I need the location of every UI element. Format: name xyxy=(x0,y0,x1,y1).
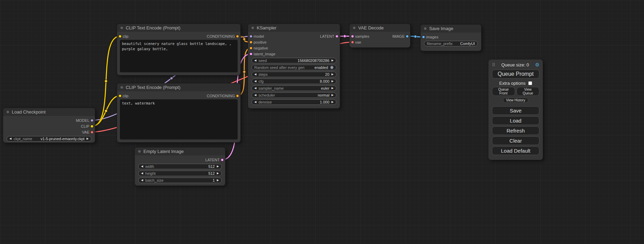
output-port-vae[interactable] xyxy=(90,130,94,134)
node-status-dot xyxy=(6,110,9,114)
widget-height[interactable]: ◀ height 512 ▶ xyxy=(138,171,222,176)
widget-ckpt-name[interactable]: ◀ ckpt_name v1-5-pruned-emaonly.ckpt ▶ xyxy=(7,136,91,142)
decrement-arrow-icon[interactable]: ◀ xyxy=(141,165,143,168)
input-port-clip[interactable] xyxy=(118,94,122,97)
node-title-bar[interactable]: CLIP Text Encode (Prompt) xyxy=(117,83,240,91)
node-empty-latent-image[interactable]: Empty Latent Image LATENT ◀ width 512 ▶ … xyxy=(134,147,226,186)
node-ksampler[interactable]: KSampler model LATENT positive negative … xyxy=(248,24,340,109)
drag-handle-icon[interactable]: ⠿ xyxy=(492,62,495,67)
clear-button[interactable]: Clear xyxy=(492,136,539,145)
widget-label: sampler_name xyxy=(258,86,284,90)
input-port-images[interactable] xyxy=(422,35,425,38)
input-port-positive[interactable] xyxy=(249,40,253,44)
node-title-bar[interactable]: Empty Latent Image xyxy=(135,147,225,155)
node-title-bar[interactable]: KSampler xyxy=(248,24,340,32)
load-default-button[interactable]: Load Default xyxy=(492,146,539,155)
output-label-conditioning: CONDITIONING xyxy=(207,34,235,38)
port-row: CLIP xyxy=(3,123,95,129)
prompt-text-input[interactable]: beautiful scenery nature glass bottle la… xyxy=(120,40,238,72)
port-row: clip CONDITIONING xyxy=(117,93,240,99)
widget-width[interactable]: ◀ width 512 ▶ xyxy=(138,164,222,169)
decrement-arrow-icon[interactable]: ◀ xyxy=(141,179,143,182)
increment-arrow-icon[interactable]: ▶ xyxy=(217,172,219,175)
widget-denoise[interactable]: ◀ denoise 1.000 ▶ xyxy=(252,99,336,105)
widget-steps[interactable]: ◀ steps 20 ▶ xyxy=(252,72,336,77)
node-title-bar[interactable]: Load Checkpoint xyxy=(3,108,95,116)
node-status-dot xyxy=(120,26,123,29)
increment-arrow-icon[interactable]: ▶ xyxy=(332,59,334,62)
decrement-arrow-icon[interactable]: ◀ xyxy=(254,101,256,103)
decrement-arrow-icon[interactable]: ◀ xyxy=(9,137,11,140)
input-port-model[interactable] xyxy=(249,35,253,38)
widget-filename-prefix[interactable]: filename_prefix ComfyUI xyxy=(424,41,478,46)
output-port-clip[interactable] xyxy=(90,125,94,128)
node-title: CLIP Text Encode (Prompt) xyxy=(126,25,180,30)
ports-section: model LATENT positive negative latent_im… xyxy=(248,32,340,57)
increment-arrow-icon[interactable]: ▶ xyxy=(332,94,334,97)
load-button[interactable]: Load xyxy=(492,116,539,125)
node-title-bar[interactable]: VAE Decode xyxy=(350,24,410,32)
increment-arrow-icon[interactable]: ▶ xyxy=(87,137,89,140)
settings-gear-icon[interactable]: ⚙ xyxy=(535,62,539,67)
input-port-clip[interactable] xyxy=(118,35,122,38)
input-port-vae[interactable] xyxy=(351,40,354,44)
decrement-arrow-icon[interactable]: ◀ xyxy=(254,94,256,97)
widget-cfg[interactable]: ◀ cfg 8.000 ▶ xyxy=(252,79,336,84)
node-save-image[interactable]: Save Image images filename_prefix ComfyU… xyxy=(420,24,482,51)
save-button[interactable]: Save xyxy=(492,106,539,115)
output-port-model[interactable] xyxy=(90,119,94,122)
output-port-latent[interactable] xyxy=(335,35,338,38)
history-row: View History xyxy=(492,97,539,103)
port-row: positive xyxy=(248,39,340,45)
widget-scheduler[interactable]: ◀ scheduler normal ▶ xyxy=(252,92,336,98)
view-history-button[interactable]: View History xyxy=(503,98,528,103)
widget-batch-size[interactable]: ◀ batch_size 1 ▶ xyxy=(138,178,222,183)
node-status-dot xyxy=(424,27,427,30)
extra-options-checkbox[interactable] xyxy=(528,81,532,85)
output-port-latent[interactable] xyxy=(221,158,224,161)
increment-arrow-icon[interactable]: ▶ xyxy=(332,101,334,103)
input-label-clip: clip xyxy=(123,34,129,38)
node-title-bar[interactable]: Save Image xyxy=(421,25,481,33)
widget-value: normal xyxy=(318,93,329,97)
increment-arrow-icon[interactable]: ▶ xyxy=(217,179,219,182)
toggle-knob[interactable] xyxy=(330,66,334,69)
input-label-positive: positive xyxy=(254,40,266,44)
node-vae-decode[interactable]: VAE Decode samples IMAGE vae xyxy=(349,24,411,48)
decrement-arrow-icon[interactable]: ◀ xyxy=(254,59,256,62)
increment-arrow-icon[interactable]: ▶ xyxy=(332,87,334,90)
widget-seed[interactable]: ◀ seed 156680208700286 ▶ xyxy=(252,58,336,63)
prompt-text-input[interactable]: text, watermark xyxy=(120,99,238,139)
ports-section: clip CONDITIONING xyxy=(117,32,240,39)
decrement-arrow-icon[interactable]: ◀ xyxy=(254,73,256,76)
refresh-button[interactable]: Refresh xyxy=(492,126,539,135)
node-graph-canvas[interactable]: Load Checkpoint MODEL CLIP VAE ◀ ckpt_na… xyxy=(0,0,644,244)
widget-label: seed xyxy=(258,58,267,63)
widget-sampler-name[interactable]: ◀ sampler_name euler ▶ xyxy=(252,85,336,91)
decrement-arrow-icon[interactable]: ◀ xyxy=(254,87,256,90)
increment-arrow-icon[interactable]: ▶ xyxy=(332,80,334,83)
view-queue-button[interactable]: View Queue xyxy=(517,87,540,96)
output-port-conditioning[interactable] xyxy=(236,35,239,38)
widget-random-seed-toggle[interactable]: Random seed after every gen enabled xyxy=(252,65,336,70)
increment-arrow-icon[interactable]: ▶ xyxy=(332,73,334,76)
queue-prompt-button[interactable]: Queue Prompt xyxy=(492,70,539,79)
input-port-negative[interactable] xyxy=(249,46,253,49)
node-clip-text-encode-positive[interactable]: CLIP Text Encode (Prompt) clip CONDITION… xyxy=(117,24,241,75)
output-port-conditioning[interactable] xyxy=(236,94,239,97)
decrement-arrow-icon[interactable]: ◀ xyxy=(254,80,256,83)
node-title: VAE Decode xyxy=(358,25,383,30)
node-title: CLIP Text Encode (Prompt) xyxy=(126,85,180,90)
queue-front-button[interactable]: Queue Front xyxy=(492,87,515,96)
node-title-bar[interactable]: CLIP Text Encode (Prompt) xyxy=(117,24,240,32)
node-load-checkpoint[interactable]: Load Checkpoint MODEL CLIP VAE ◀ ckpt_na… xyxy=(3,108,95,143)
port-row: vae xyxy=(350,39,410,45)
increment-arrow-icon[interactable]: ▶ xyxy=(217,165,219,168)
input-port-latent-image[interactable] xyxy=(249,52,253,55)
node-clip-text-encode-negative[interactable]: CLIP Text Encode (Prompt) clip CONDITION… xyxy=(117,83,241,143)
decrement-arrow-icon[interactable]: ◀ xyxy=(141,172,143,175)
output-port-image[interactable] xyxy=(406,35,409,38)
input-port-samples[interactable] xyxy=(351,35,354,38)
input-label-latent-image: latent_image xyxy=(254,52,275,56)
input-label-samples: samples xyxy=(355,34,369,38)
